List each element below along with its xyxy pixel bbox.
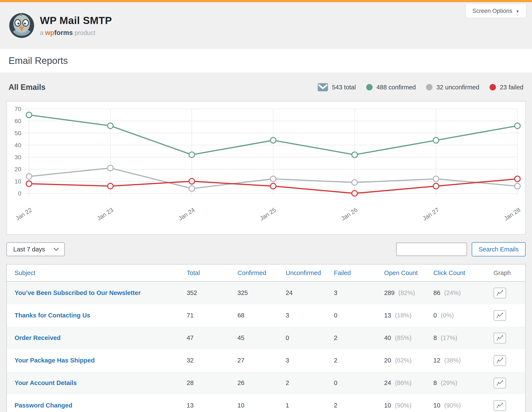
graph-button[interactable] [494, 310, 506, 321]
cell-click-count: 86 (24%) [433, 289, 493, 296]
email-subject-link[interactable]: Your Account Details [7, 379, 187, 386]
wp-mail-smtp-pigeon-logo [9, 12, 35, 39]
emails-line-chart: Jan 22Jan 23Jan 24Jan 25Jan 26Jan 27Jan … [9, 103, 523, 232]
date-range-select[interactable]: Last 7 days [6, 242, 65, 256]
unconfirmed-dot-icon [426, 84, 432, 91]
email-reports-table: Subject Total Confirmed Unconfirmed Fail… [6, 264, 526, 412]
table-header-row: Subject Total Confirmed Unconfirmed Fail… [7, 265, 525, 282]
svg-text:10: 10 [15, 178, 21, 185]
search-emails-button[interactable]: Search Emails [472, 242, 526, 256]
cell-failed: 2 [334, 402, 384, 409]
date-range-value: Last 7 days [13, 246, 45, 253]
cell-graph [494, 310, 525, 321]
section-title: All Emails [9, 83, 46, 92]
cell-graph [494, 288, 525, 298]
legend-label-unconfirmed: 32 unconfirmed [436, 84, 479, 91]
cell-total: 47 [187, 334, 238, 341]
legend-item-confirmed: 488 confirmed [366, 84, 416, 91]
wpforms-wp: wp [45, 29, 54, 37]
mini-chart-icon [496, 335, 503, 341]
legend-label-confirmed: 488 confirmed [377, 84, 416, 91]
svg-text:60: 60 [15, 118, 21, 124]
svg-text:20: 20 [15, 166, 21, 173]
cell-graph [494, 355, 525, 366]
envelope-icon [318, 83, 328, 91]
cell-confirmed: 325 [238, 289, 286, 296]
emails-chart-card: Jan 22Jan 23Jan 24Jan 25Jan 26Jan 27Jan … [6, 101, 526, 235]
column-header-total[interactable]: Total [187, 269, 238, 276]
cell-click-count: 8 (17%) [433, 334, 493, 341]
cell-failed: 3 [334, 289, 384, 296]
mini-chart-icon [496, 290, 503, 296]
email-subject-link[interactable]: Password Changed [7, 402, 187, 409]
column-header-click-count[interactable]: Click Count [433, 269, 493, 276]
graph-button[interactable] [494, 288, 506, 298]
cell-failed: 2 [334, 357, 384, 364]
email-subject-link[interactable]: Order Received [7, 334, 187, 341]
graph-button[interactable] [494, 400, 506, 411]
failed-dot-icon [490, 84, 496, 91]
cell-confirmed: 27 [238, 357, 286, 364]
column-header-unconfirmed[interactable]: Unconfirmed [286, 269, 334, 276]
tagline-prefix: a [40, 29, 43, 36]
cell-unconfirmed: 2 [286, 379, 334, 386]
table-body: You’ve Been Subscribed to Our Newsletter… [7, 282, 525, 412]
mini-chart-icon [496, 312, 503, 319]
graph-button[interactable] [494, 378, 506, 388]
table-row: Password Changed 13 10 1 2 10 (90%) 10 (… [7, 394, 525, 412]
chevron-down-icon [54, 248, 59, 251]
cell-failed: 0 [334, 312, 384, 319]
legend-label-total: 543 total [332, 84, 356, 91]
svg-text:Jan 27: Jan 27 [421, 206, 440, 222]
cell-confirmed: 68 [238, 312, 286, 319]
svg-text:Jan 23: Jan 23 [96, 206, 114, 222]
confirmed-dot-icon [366, 84, 373, 91]
column-header-open-count[interactable]: Open Count [384, 269, 434, 276]
search-input[interactable] [396, 243, 467, 256]
table-row: Thanks for Contacting Us 71 68 3 0 13 (1… [7, 304, 525, 327]
email-subject-link[interactable]: Your Package Has Shipped [7, 357, 187, 364]
brand-block: WP Mail SMTP a wpforms product [40, 15, 112, 37]
cell-click-count: 10 (90%) [433, 402, 493, 409]
cell-unconfirmed: 0 [286, 334, 334, 341]
table-row: Order Received 47 45 0 2 40 (85%) 8 (17%… [7, 327, 525, 349]
email-subject-link[interactable]: You’ve Been Subscribed to Our Newsletter [7, 289, 187, 296]
mini-chart-icon [496, 357, 503, 364]
page-title: Email Reports [9, 55, 68, 66]
plugin-header: WP Mail SMTP a wpforms product Screen Op… [0, 2, 532, 49]
column-header-subject[interactable]: Subject [7, 269, 187, 276]
content-area: All Emails 543 total 488 confirmed 32 un… [0, 83, 532, 412]
legend-item-unconfirmed: 32 unconfirmed [426, 84, 479, 91]
table-row: Your Account Details 28 26 2 0 24 (86%) … [7, 372, 525, 394]
svg-text:Jan 25: Jan 25 [258, 206, 277, 222]
svg-text:Jan 22: Jan 22 [14, 206, 33, 222]
controls-row: Last 7 days Search Emails [6, 242, 526, 256]
cell-click-count: 12 (38%) [433, 357, 493, 364]
cell-open-count: 289 (82%) [384, 289, 434, 296]
chevron-down-icon: ▼ [516, 9, 519, 14]
cell-graph [494, 333, 525, 343]
cell-unconfirmed: 3 [286, 312, 334, 319]
graph-button[interactable] [494, 355, 506, 366]
email-subject-link[interactable]: Thanks for Contacting Us [7, 312, 187, 319]
cell-unconfirmed: 1 [286, 402, 334, 409]
legend-item-total: 543 total [318, 83, 356, 91]
column-header-failed[interactable]: Failed [334, 269, 384, 276]
tagline-suffix: product [75, 29, 95, 36]
cell-failed: 0 [334, 379, 384, 386]
column-header-confirmed[interactable]: Confirmed [238, 269, 286, 276]
svg-text:40: 40 [15, 142, 21, 148]
top-accent-bar [0, 0, 532, 2]
cell-unconfirmed: 24 [286, 289, 334, 296]
screen-options-button[interactable]: Screen Options ▼ [465, 4, 526, 18]
table-row: Your Package Has Shipped 32 27 3 2 20 (6… [7, 349, 525, 372]
legend-item-failed: 23 failed [490, 84, 523, 91]
svg-text:Jan 28: Jan 28 [503, 206, 522, 222]
cell-total: 32 [187, 357, 238, 364]
cell-graph [494, 378, 525, 388]
cell-open-count: 24 (86%) [384, 379, 434, 386]
wpforms-forms: forms [54, 29, 73, 37]
cell-open-count: 20 (62%) [384, 357, 434, 364]
graph-button[interactable] [494, 333, 506, 343]
cell-unconfirmed: 3 [286, 357, 334, 364]
